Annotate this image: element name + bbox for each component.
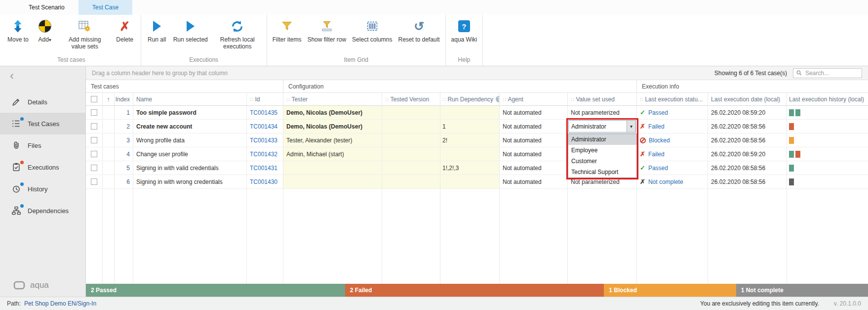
status-link[interactable]: Not complete (648, 178, 683, 185)
test-case-id-link[interactable]: TC001435 (250, 109, 277, 116)
select-columns-button[interactable]: Select columns (349, 16, 395, 43)
run-dependency-cell[interactable] (440, 147, 500, 161)
table-row[interactable]: 1 Too simple password TC001435 Demo, Nic… (86, 106, 868, 120)
test-case-id-link[interactable]: TC001432 (250, 151, 277, 158)
filter-items-button[interactable]: Filter items (270, 16, 305, 43)
tester-cell[interactable]: Tester, Alexander (tester) (283, 133, 382, 147)
column-group-execution-info[interactable]: Execution info (637, 80, 868, 92)
row-sort-cell (103, 106, 115, 119)
status-link[interactable]: Passed (648, 165, 668, 172)
tested-version-cell[interactable] (382, 147, 440, 161)
table-row[interactable]: 2 Create new account TC001434 Demo, Nico… (86, 120, 868, 133)
row-checkbox[interactable] (86, 175, 103, 188)
drag-handle-icon[interactable] (640, 96, 643, 103)
column-header-id[interactable]: Id (247, 93, 283, 105)
index-cell: 5 (115, 161, 133, 175)
column-header-value-set[interactable]: Value set used (568, 93, 637, 105)
drag-handle-icon[interactable] (571, 96, 574, 103)
row-checkbox[interactable] (86, 106, 103, 119)
drag-handle-icon[interactable] (442, 96, 445, 103)
table-row[interactable]: 3 Wrong profile data TC001433 Tester, Al… (86, 133, 868, 147)
tester-cell[interactable]: Admin, Michael (start) (283, 147, 382, 161)
column-header-index[interactable]: Index (115, 93, 133, 105)
table-row[interactable]: 5 Signing in with valid credentials TC00… (86, 161, 868, 175)
sidebar-item-executions[interactable]: Executions (0, 156, 85, 178)
run-all-button[interactable]: Run all (144, 16, 170, 43)
row-checkbox[interactable] (86, 147, 103, 161)
help-icon[interactable] (496, 96, 500, 102)
column-header-name[interactable]: Name (133, 93, 247, 105)
tab-test-scenario[interactable]: Test Scenario (15, 0, 79, 15)
dropdown-option[interactable]: Administrator (568, 134, 636, 145)
tested-version-cell[interactable] (382, 161, 440, 175)
column-header-last-execution-history[interactable]: Last execution history (local) (787, 93, 868, 105)
drag-handle-icon[interactable] (503, 96, 506, 103)
status-link[interactable]: Failed (648, 123, 665, 130)
sidebar-item-test-cases[interactable]: Test Cases (0, 113, 85, 134)
tester-cell[interactable]: Demo, Nicolas (DemoUser) (283, 106, 382, 119)
sidebar-item-dependencies[interactable]: Dependencies (0, 200, 85, 221)
column-header-last-execution-date[interactable]: Last execution date (local) (708, 93, 787, 105)
run-selected-button[interactable]: Run selected (170, 16, 211, 43)
index-cell: 1 (115, 106, 133, 119)
column-group-test-cases[interactable]: Test cases (86, 80, 283, 92)
tested-version-cell[interactable] (382, 133, 440, 147)
dropdown-option[interactable]: Technical Support (568, 167, 636, 177)
agent-cell: Not automated (500, 161, 568, 175)
value-set-combobox[interactable]: Administrator (568, 120, 636, 133)
tab-test-case[interactable]: Test Case (79, 0, 132, 15)
test-case-id-link[interactable]: TC001434 (250, 123, 277, 130)
column-header-run-dependency[interactable]: Run Dependency (440, 93, 500, 105)
status-link[interactable]: Failed (648, 151, 665, 158)
row-checkbox[interactable] (86, 161, 103, 175)
sidebar-item-details[interactable]: Details (0, 91, 85, 113)
drag-handle-icon[interactable] (385, 96, 388, 103)
refresh-local-executions-button[interactable]: Refresh local executions (211, 16, 264, 50)
column-header-tested-version[interactable]: Tested Version (382, 93, 440, 105)
tester-cell[interactable] (283, 175, 382, 188)
column-header-tester[interactable]: Tester (283, 93, 382, 105)
tester-cell[interactable] (283, 161, 382, 175)
test-case-id-link[interactable]: TC001430 (250, 178, 277, 185)
sidebar-item-files[interactable]: Files (0, 134, 85, 156)
drag-handle-icon[interactable] (286, 96, 289, 103)
tester-cell[interactable]: Demo, Nicolas (DemoUser) (283, 120, 382, 133)
reset-to-default-button[interactable]: Reset to default (395, 16, 442, 43)
dropdown-option[interactable]: Customer (568, 156, 636, 167)
tested-version-cell[interactable] (382, 106, 440, 119)
delete-button[interactable]: Delete (112, 16, 138, 43)
row-checkbox[interactable] (86, 120, 103, 133)
column-header-agent[interactable]: Agent (500, 93, 568, 105)
column-group-configuration[interactable]: Configuration (283, 80, 637, 92)
run-dependency-cell[interactable] (440, 106, 500, 119)
table-row[interactable]: 6 Signing in with wrong credentials TC00… (86, 175, 868, 189)
run-dependency-cell[interactable]: 1!,2!,3 (440, 161, 500, 175)
dropdown-option[interactable]: Employee (568, 145, 636, 156)
collapse-sidebar-button[interactable] (0, 66, 85, 85)
test-case-id-link[interactable]: TC001431 (250, 165, 277, 172)
add-missing-value-sets-button[interactable]: Add missing value sets (58, 16, 112, 50)
run-dependency-cell[interactable]: 2! (440, 133, 500, 147)
show-filter-row-button[interactable]: Show filter row (304, 16, 349, 43)
tested-version-cell[interactable] (382, 175, 440, 188)
run-dependency-cell[interactable] (440, 175, 500, 188)
run-dependency-cell[interactable]: 1 (440, 120, 500, 133)
table-row[interactable]: 4 Change user profile TC001432 Admin, Mi… (86, 147, 868, 161)
select-all-checkbox[interactable] (86, 93, 103, 105)
sort-indicator-column[interactable] (103, 93, 115, 105)
add-button[interactable]: Add (32, 16, 58, 43)
aqua-wiki-button[interactable]: aqua Wiki (448, 16, 480, 43)
column-header-last-execution-status[interactable]: Last execution statu... (637, 93, 708, 105)
status-link[interactable]: Passed (648, 109, 668, 116)
tested-version-cell[interactable] (382, 120, 440, 133)
chevron-down-icon[interactable] (627, 121, 635, 132)
sidebar-item-history[interactable]: History (0, 178, 85, 200)
path-value[interactable]: Pet Shop Demo EN/Sign-In (24, 300, 96, 307)
row-checkbox[interactable] (86, 133, 103, 147)
move-to-button[interactable]: Move to (4, 16, 32, 43)
search-input[interactable] (804, 69, 859, 77)
status-icon (640, 151, 645, 157)
drag-handle-icon[interactable] (250, 96, 253, 103)
status-link[interactable]: Blocked (649, 137, 670, 144)
test-case-id-link[interactable]: TC001433 (250, 137, 277, 144)
